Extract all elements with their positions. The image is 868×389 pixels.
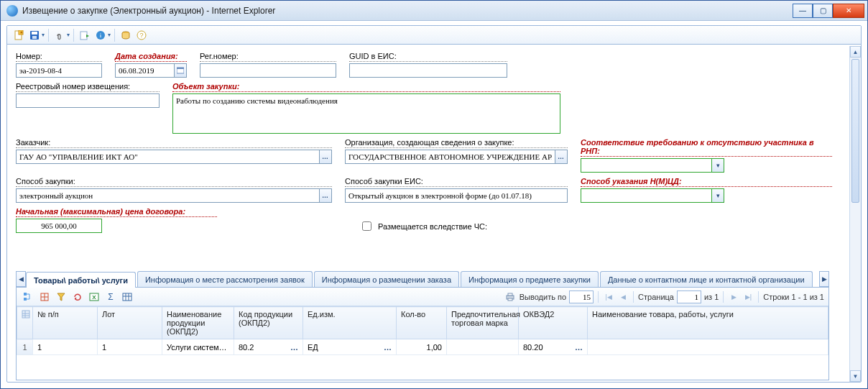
col-npp[interactable]: № п/п [33, 307, 98, 339]
main-toolbar: ★ ▾ ▾ i ▾ ? [7, 26, 861, 45]
svg-text:X: X [92, 294, 96, 301]
grid-refresh-button[interactable] [70, 290, 85, 304]
unit-lookup-icon[interactable]: … [384, 343, 392, 352]
ie-icon [6, 5, 18, 17]
content-panel: ★ ▾ ▾ i ▾ ? ▲ ▼ Номер: [6, 25, 862, 383]
rnp-input[interactable] [581, 158, 711, 173]
grid-excel-button[interactable]: X [87, 290, 101, 304]
tab-goods[interactable]: Товары\ работы\ услуги [26, 272, 136, 288]
row-number: 1 [17, 339, 33, 355]
col-prod-name[interactable]: Наименование продукции (ОКПД2) [162, 307, 234, 339]
reg-number-input[interactable] [200, 63, 336, 78]
tab-review-place[interactable]: Информация о месте рассмотрения заявок [137, 271, 313, 287]
prev-page-button[interactable]: ◀ [617, 291, 629, 303]
cell-lot[interactable]: 1 [98, 339, 162, 355]
col-brand[interactable]: Предпочтительная торговая марка [447, 307, 519, 339]
method-input[interactable] [16, 188, 319, 203]
info-dropdown-icon[interactable]: ▾ [108, 32, 111, 38]
emergency-checkbox[interactable] [362, 221, 371, 231]
attach-dropdown-icon[interactable]: ▾ [67, 32, 70, 38]
cell-name[interactable] [588, 339, 828, 355]
last-page-button[interactable]: ▶| [742, 291, 754, 303]
grid-filter-button[interactable] [54, 290, 68, 304]
customer-label: Заказчик: [16, 138, 332, 148]
cell-okved[interactable]: 80.20… [519, 339, 588, 355]
db-button[interactable] [119, 28, 133, 42]
cell-brand[interactable] [447, 339, 519, 355]
purchase-object-input[interactable]: Работы по созданию системы видеонаблюден… [172, 93, 560, 134]
method-label: Способ закупки: [16, 177, 332, 187]
save-button[interactable] [27, 28, 42, 42]
registry-number-input[interactable] [16, 93, 160, 108]
cell-unit[interactable]: ЕД… [303, 339, 397, 355]
page-input[interactable] [677, 290, 701, 303]
number-input[interactable] [16, 63, 102, 78]
grid-sum-button[interactable]: Σ [103, 290, 118, 304]
cell-prod-code[interactable]: 80.2… [234, 339, 303, 355]
prod-code-lookup-icon[interactable]: … [290, 343, 298, 352]
titlebar: Извещение о закупке (Электронный аукцион… [1, 1, 867, 21]
col-lot[interactable]: Лот [98, 307, 162, 339]
grid-columns-button[interactable] [120, 290, 134, 304]
create-date-input[interactable] [115, 63, 174, 78]
customer-input[interactable] [16, 150, 319, 164]
table-row[interactable]: 1 1 1 Услуги систем… 80.2… ЕД… 1,00 80.2… [17, 339, 828, 355]
nmcd-input[interactable] [581, 188, 711, 203]
tab-scroll-right[interactable]: ▶ [819, 271, 829, 287]
maximize-button[interactable]: ▢ [813, 4, 833, 18]
col-name[interactable]: Наименование товара, работы, услуги [588, 307, 828, 339]
save-dropdown-icon[interactable]: ▾ [42, 32, 45, 38]
tab-subject[interactable]: Информация о предмете закупки [461, 271, 599, 287]
scroll-thumb[interactable] [851, 59, 859, 203]
col-unit[interactable]: Ед.изм. [303, 307, 397, 339]
cell-npp[interactable]: 1 [33, 339, 98, 355]
vertical-scrollbar[interactable]: ▲ ▼ [849, 46, 861, 382]
grid-tree-button[interactable] [21, 290, 35, 304]
page-size-input[interactable] [569, 290, 594, 303]
svg-rect-22 [508, 293, 512, 296]
svg-rect-6 [80, 32, 87, 40]
col-prod-code[interactable]: Код продукции (ОКПД2) [234, 307, 303, 339]
minimize-button[interactable]: — [793, 4, 813, 18]
svg-rect-5 [32, 36, 37, 39]
method-lookup-button[interactable]: … [319, 188, 332, 203]
attach-button[interactable] [52, 28, 67, 42]
col-qty[interactable]: Кол-во [397, 307, 447, 339]
send-button[interactable] [78, 28, 92, 42]
cell-prod-name[interactable]: Услуги систем… [162, 339, 234, 355]
new-doc-button[interactable]: ★ [11, 28, 26, 42]
method-eis-input[interactable] [345, 188, 568, 203]
svg-rect-23 [508, 298, 512, 301]
grid-delete-button[interactable] [37, 290, 52, 304]
grid-panel: X Σ Выводить по |◀ ◀ Страница из 1 [16, 288, 829, 380]
org-lookup-button[interactable]: … [555, 150, 568, 164]
calendar-icon[interactable] [174, 63, 187, 78]
org-label: Организация, создающая сведения о закупк… [345, 138, 568, 148]
svg-text:★: ★ [19, 30, 23, 35]
close-button[interactable]: ✕ [833, 4, 864, 18]
method-eis-label: Способ закупки ЕИС: [345, 177, 568, 187]
nmcd-label: Способ указания Н(М)ЦД: [581, 177, 832, 187]
customer-lookup-button[interactable]: … [319, 150, 332, 164]
grid-print-button[interactable] [503, 290, 517, 304]
emergency-checkbox-wrap[interactable]: Размещается вследствие ЧС: [359, 219, 647, 233]
tab-contact[interactable]: Данные о контактном лице и контактной ор… [600, 271, 813, 287]
scroll-up-icon[interactable]: ▲ [850, 46, 861, 58]
first-page-button[interactable]: |◀ [603, 291, 614, 303]
page-label: Страница [638, 293, 674, 301]
okved-lookup-icon[interactable]: … [575, 343, 583, 352]
scroll-down-icon[interactable]: ▼ [850, 370, 861, 382]
col-okved[interactable]: ОКВЭД2 [519, 307, 588, 339]
info-button[interactable]: i [93, 28, 108, 42]
cell-qty[interactable]: 1,00 [397, 339, 447, 355]
tab-scroll-left[interactable]: ◀ [16, 271, 26, 287]
grid-corner[interactable] [17, 307, 33, 339]
guid-input[interactable] [349, 63, 507, 78]
help-button[interactable]: ? [134, 28, 149, 42]
rnp-dropdown-button[interactable]: ▾ [711, 158, 724, 173]
next-page-button[interactable]: ▶ [728, 291, 739, 303]
start-price-input[interactable] [16, 219, 102, 233]
org-input[interactable] [345, 150, 555, 164]
nmcd-dropdown-button[interactable]: ▾ [711, 188, 724, 203]
tab-placement[interactable]: Информация о размещении заказа [314, 271, 459, 287]
